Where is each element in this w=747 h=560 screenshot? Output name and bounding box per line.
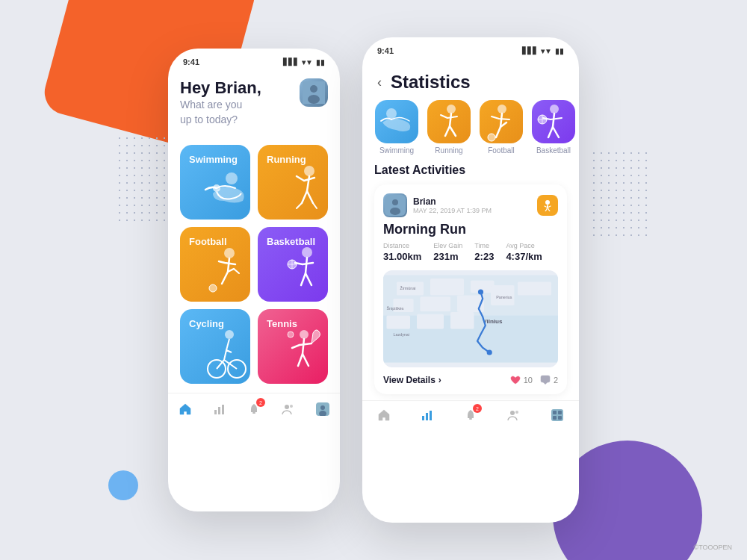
likes-count[interactable]: 10 <box>510 375 533 385</box>
svg-rect-59 <box>422 416 424 420</box>
svg-point-7 <box>209 284 217 292</box>
svg-text:Panerius: Panerius <box>496 295 512 299</box>
svg-point-37 <box>545 200 550 205</box>
activity-footer: View Details › 10 <box>383 375 558 385</box>
route-map: Vilnius Žirmūnai Šnipiškės Lazdynai Pane… <box>383 270 558 367</box>
activity-name: Morning Run <box>383 222 558 237</box>
svg-point-21 <box>285 405 289 409</box>
view-details-link[interactable]: View Details › <box>383 375 441 385</box>
sport-tab-running[interactable]: Running <box>427 100 471 155</box>
svg-rect-49 <box>417 314 444 329</box>
nav-notifications-icon[interactable]: 2 <box>246 401 262 417</box>
activity-user-avatar <box>383 193 407 217</box>
svg-text:Lazdynai: Lazdynai <box>394 332 410 337</box>
sport-card-running[interactable]: Running <box>258 145 328 220</box>
wifi-icon: ▾▼ <box>302 58 313 66</box>
activity-stats-row: Distance 31.00km Elev Gain 231m Time 2:2… <box>383 242 558 263</box>
activity-user: Brian MAY 22, 2019 AT 1:39 PM <box>383 193 492 217</box>
bottom-nav-stats: 2 <box>362 400 579 432</box>
stats-nav-people-icon[interactable] <box>506 407 522 423</box>
svg-point-53 <box>487 349 492 355</box>
sport-card-football[interactable]: Football <box>180 227 250 302</box>
subtitle-text: What are you up to today? <box>180 98 261 127</box>
svg-point-64 <box>515 411 518 414</box>
stats-nav-gallery-icon[interactable] <box>549 407 565 423</box>
svg-rect-66 <box>553 411 557 414</box>
status-icons-home: ▋▋▋ ▾▼ ▮▮ <box>283 58 325 66</box>
stat-pace: Avg Pace 4:37/km <box>506 242 542 263</box>
svg-point-22 <box>290 405 293 408</box>
activity-user-date: MAY 22, 2019 AT 1:39 PM <box>413 207 492 214</box>
svg-point-52 <box>478 289 483 294</box>
status-bar-stats: 9:41 ▋▋▋ ▾▼ ▮▮ <box>362 37 579 60</box>
svg-point-8 <box>302 247 312 258</box>
activity-type-icon <box>537 195 558 216</box>
user-avatar-home[interactable] <box>300 78 328 107</box>
svg-point-35 <box>392 199 398 205</box>
tab-label-swimming: Swimming <box>379 146 414 155</box>
nav-stats-icon[interactable] <box>211 401 228 417</box>
stats-nav-chart-icon[interactable] <box>419 407 436 423</box>
comments-count[interactable]: 2 <box>540 375 558 385</box>
svg-rect-50 <box>450 312 474 329</box>
nav-profile-icon[interactable] <box>314 401 331 417</box>
svg-point-63 <box>510 411 515 415</box>
svg-point-12 <box>225 330 234 339</box>
stat-distance: Distance 31.00km <box>383 242 421 263</box>
sport-tab-football[interactable]: Football <box>479 100 524 155</box>
stats-nav-notif-icon[interactable]: 2 <box>462 407 479 423</box>
svg-text:Šnipiškės: Šnipiškės <box>387 306 404 311</box>
tab-label-running: Running <box>435 146 462 155</box>
stats-header: ‹ Statistics <box>362 60 579 100</box>
nav-home-icon[interactable] <box>177 401 193 417</box>
signal-icon: ▋▋▋ <box>283 58 299 66</box>
stats-notif-badge: 2 <box>473 404 482 413</box>
stat-time: Time 2:23 <box>474 242 494 263</box>
sport-tab-basketball[interactable]: Basketball <box>531 100 576 155</box>
svg-point-24 <box>320 405 325 410</box>
svg-text:Žirmūnai: Žirmūnai <box>400 285 416 290</box>
stats-page-title: Statistics <box>391 72 471 93</box>
sport-label-running: Running <box>267 154 306 165</box>
status-time-home: 9:41 <box>183 57 199 66</box>
svg-rect-61 <box>430 411 432 420</box>
sport-card-basketball[interactable]: Basketball <box>258 227 328 302</box>
sport-card-cycling[interactable]: Cycling <box>180 309 250 384</box>
back-button[interactable]: ‹ <box>377 75 382 90</box>
svg-point-5 <box>304 166 314 176</box>
activity-header: Brian MAY 22, 2019 AT 1:39 PM <box>383 193 558 217</box>
bg-dots-left <box>116 134 176 224</box>
svg-rect-62 <box>469 418 472 420</box>
cycling-figure <box>198 324 250 384</box>
svg-point-27 <box>447 105 456 113</box>
bg-blue-circle <box>108 470 138 500</box>
greeting-text: Hey Brian, <box>180 78 261 98</box>
svg-point-3 <box>226 172 238 184</box>
tab-label-football: Football <box>488 146 515 155</box>
sport-tab-swimming[interactable]: Swimming <box>374 100 419 155</box>
svg-point-2 <box>308 95 320 104</box>
watermark: ©TOOOPEN <box>694 544 732 551</box>
sport-label-tennis: Tennis <box>267 318 297 329</box>
svg-point-36 <box>390 208 400 215</box>
sport-label-swimming: Swimming <box>189 154 238 165</box>
phone-home: 9:41 ▋▋▋ ▾▼ ▮▮ Hey Brian, What are you u… <box>168 49 340 511</box>
svg-rect-68 <box>553 416 557 420</box>
tennis-figure <box>276 324 328 384</box>
swimming-figure <box>198 160 250 220</box>
home-content: Hey Brian, What are you up to today? <box>168 71 340 384</box>
svg-rect-44 <box>421 296 451 311</box>
nav-people-icon[interactable] <box>280 401 297 417</box>
stats-nav-home-icon[interactable] <box>376 407 392 423</box>
svg-point-30 <box>550 105 559 113</box>
svg-point-15 <box>300 330 309 339</box>
battery-icon: ▮▮ <box>316 58 325 66</box>
svg-rect-60 <box>426 413 428 420</box>
svg-rect-20 <box>252 412 255 414</box>
sport-card-tennis[interactable]: Tennis <box>258 309 328 384</box>
sport-label-football: Football <box>189 236 227 247</box>
signal-icon-stats: ▋▋▋ <box>522 47 538 55</box>
tab-label-basketball: Basketball <box>536 146 571 155</box>
status-icons-stats: ▋▋▋ ▾▼ ▮▮ <box>522 47 564 55</box>
sport-card-swimming[interactable]: Swimming <box>180 145 250 220</box>
